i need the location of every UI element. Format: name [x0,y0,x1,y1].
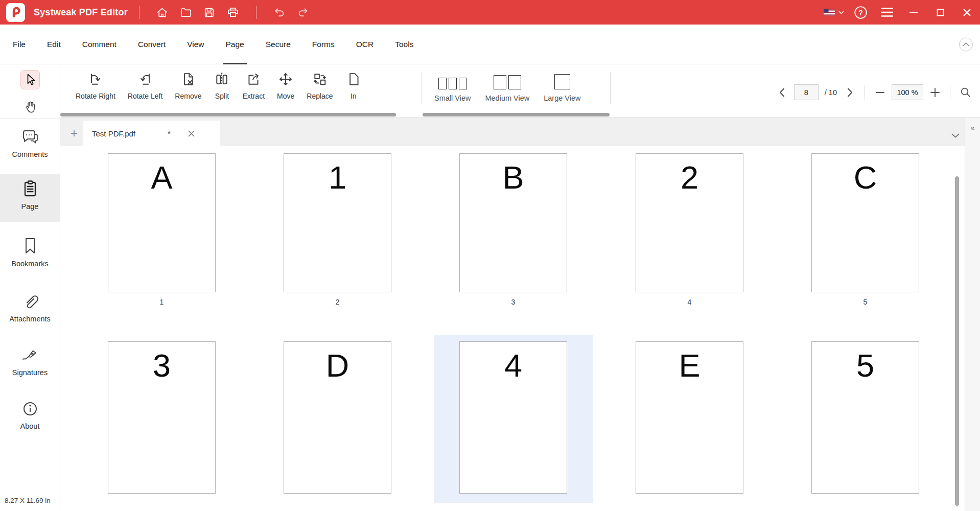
menu-comment[interactable]: Comment [72,25,127,64]
collapse-ribbon-button[interactable] [959,37,973,51]
svg-text:?: ? [858,8,863,16]
page-thumbnail[interactable]: D [284,341,391,494]
print-button[interactable] [221,2,245,22]
menu-file[interactable]: File [2,25,36,64]
medium-view-icon [494,71,521,89]
search-icon [960,87,971,98]
menu-forms[interactable]: Forms [301,25,345,64]
move-button[interactable]: Move [277,71,294,100]
undo-icon [273,6,286,19]
menu-tools[interactable]: Tools [384,25,424,64]
page-content: D [284,342,391,382]
open-file-button[interactable] [174,2,198,22]
titlebar-separator [139,6,139,19]
undo-button[interactable] [268,2,291,22]
toolbar-hscrollbar-thumb[interactable] [60,113,396,117]
zoom-level-input[interactable] [892,84,923,100]
close-button[interactable] [953,2,980,22]
toolbar-hscrollbar-thumb[interactable] [423,113,610,117]
chevron-down-icon [838,11,844,14]
menu-button[interactable] [874,2,900,22]
zoom-out-button[interactable] [873,86,886,99]
close-icon [188,130,195,137]
sidebar-item-comments[interactable]: Comments [0,123,60,164]
redo-icon [296,6,310,19]
page-content: A [108,154,215,194]
save-button[interactable] [198,2,221,22]
toolbar-separator [950,85,950,100]
chevron-left-icon [779,88,785,97]
tab-title: Test PDF.pdf [92,129,168,138]
sidebar-item-signatures[interactable]: Signatures [0,340,60,382]
current-page-input[interactable] [794,84,819,100]
sidebar-item-label: Attachments [9,315,51,323]
document-tab[interactable]: Test PDF.pdf * [83,121,220,146]
sidebar-item-page[interactable]: Page [0,174,60,222]
page-tools-group: Rotate Right Rotate Left Remove [60,65,422,100]
search-button[interactable] [959,86,972,99]
rotate-left-button[interactable]: Rotate Left [128,71,163,100]
small-view-icon [438,71,467,89]
page-thumbnail-selected[interactable]: 4 [459,341,567,494]
page-content: E [636,342,743,382]
page-content: 1 [284,154,391,194]
app-logo-icon [6,3,25,22]
sidebar-item-about[interactable]: About [0,394,60,435]
insert-page-icon [345,71,362,87]
page-thumbnails-area: A 1 1 2 B 3 2 4 C 5 3 D 4 E [60,146,965,511]
language-selector[interactable] [821,2,847,22]
extract-button[interactable]: Extract [242,71,265,100]
large-view-button[interactable]: Large View [544,71,580,102]
collapse-panel-button[interactable]: « [970,123,974,132]
previous-page-button[interactable] [776,86,789,99]
page-thumbnail[interactable]: 1 2 [284,153,391,306]
redo-button[interactable] [291,2,315,22]
tab-close-button[interactable] [188,130,195,137]
page-thumbnail[interactable]: E [636,341,743,494]
remove-page-button[interactable]: Remove [175,71,201,100]
toolbar-button-label: Extract [242,92,265,100]
page-toolbar: Rotate Right Rotate Left Remove [60,65,980,118]
page-thumbnail[interactable]: B 3 [459,153,567,306]
page-thumbnail[interactable]: 5 [811,341,919,494]
page-number: 1 [108,298,216,306]
medium-view-button[interactable]: Medium View [485,71,529,102]
page-thumbnail[interactable]: 2 4 [636,153,743,306]
replace-button[interactable]: Replace [307,71,333,100]
page-thumbnail[interactable]: A 1 [108,153,216,306]
vertical-scrollbar-thumb[interactable] [955,176,959,506]
sidebar-item-bookmarks[interactable]: Bookmarks [0,231,60,273]
home-button[interactable] [151,2,174,22]
left-sidebar: Comments Page Bookmarks Attachments [0,65,60,511]
page-thumbnail[interactable]: 3 [108,341,216,494]
menu-view[interactable]: View [176,25,215,64]
maximize-button[interactable] [927,2,953,22]
hand-tool-button[interactable] [20,97,40,116]
page-number: 2 [284,298,391,306]
menu-ocr[interactable]: OCR [345,25,384,64]
toolbar-button-label: Remove [175,92,201,100]
menu-secure[interactable]: Secure [255,25,301,64]
toolbar-separator [610,72,611,104]
menu-convert[interactable]: Convert [127,25,176,64]
signature-pen-icon [20,345,40,364]
tab-list-dropdown-button[interactable] [951,133,960,138]
menu-page[interactable]: Page [215,25,255,64]
split-button[interactable]: Split [214,71,230,100]
select-tool-button[interactable] [20,70,40,89]
next-page-button[interactable] [843,86,856,99]
page-content: 4 [460,342,567,382]
sidebar-item-attachments[interactable]: Attachments [0,286,60,328]
minimize-button[interactable] [900,2,927,22]
insert-button[interactable]: In [345,71,362,100]
new-tab-button[interactable]: + [65,121,83,146]
menu-edit[interactable]: Edit [36,25,72,64]
rotate-right-button[interactable]: Rotate Right [76,71,115,100]
help-button[interactable]: ? [847,2,874,22]
page-thumbnail[interactable]: C 5 [811,153,919,306]
page-content: 5 [812,342,919,382]
split-icon [214,71,230,87]
page-total: / 10 [825,88,837,97]
small-view-button[interactable]: Small View [434,71,471,102]
zoom-in-button[interactable] [928,86,942,99]
